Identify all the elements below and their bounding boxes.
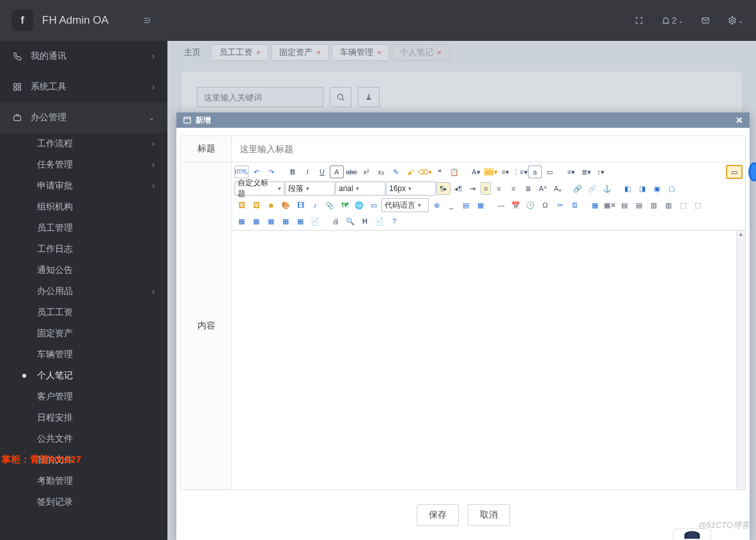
sidebar-subitem[interactable]: 组织机构 xyxy=(0,196,167,217)
subscript-button[interactable]: x₂ xyxy=(374,166,388,178)
sidebar-item-system-tools[interactable]: 系统工具 › xyxy=(0,72,167,102)
code-lang-select[interactable]: 代码语言▾ xyxy=(382,198,429,212)
sidebar-subitem[interactable]: 员工工资 xyxy=(0,302,167,323)
cancel-button[interactable]: 取消 xyxy=(468,504,510,526)
note-title-input[interactable] xyxy=(232,136,745,162)
font-size-select[interactable]: 16px▾ xyxy=(386,181,436,196)
eraser-icon[interactable]: ✎ xyxy=(389,166,403,178)
insert-frame-button[interactable]: ▭ xyxy=(367,199,381,212)
sidebar-subitem[interactable]: 工作流程› xyxy=(0,133,167,154)
sidebar-subitem[interactable]: 工作日志 xyxy=(0,238,167,259)
sidebar-subitem[interactable]: 车辆管理 xyxy=(0,344,167,365)
modal-close-button[interactable]: ✕ xyxy=(736,115,743,125)
indent-button[interactable]: ⇥ xyxy=(466,182,480,195)
tbl-6-button[interactable]: 📄 xyxy=(308,215,322,228)
split-cells-button[interactable]: ⬚ xyxy=(691,199,705,212)
blockquote-button[interactable]: ❝ xyxy=(433,166,447,178)
scrollbar[interactable] xyxy=(736,231,745,490)
settings-button[interactable]: ⌄ xyxy=(728,16,743,25)
delete-col-button[interactable]: ▥ xyxy=(661,199,675,212)
editor-textarea[interactable]: ▴ xyxy=(232,231,745,490)
img-center-button[interactable]: ▣ xyxy=(650,182,664,195)
side-handle[interactable] xyxy=(748,162,756,181)
align-justify-button[interactable]: ≣ xyxy=(521,182,535,195)
sidebar-subitem[interactable]: 客户管理 xyxy=(0,386,167,407)
strikethrough-button[interactable]: abc xyxy=(344,166,359,178)
tbl-4-button[interactable]: ▦ xyxy=(279,215,293,228)
fullscreen-editor-button[interactable]: ▭ xyxy=(726,165,743,179)
map-button[interactable]: 🗺 xyxy=(337,199,351,212)
fontborder-button[interactable]: A xyxy=(330,166,344,178)
date-button[interactable]: 📅 xyxy=(509,199,523,212)
save-button[interactable]: 保存 xyxy=(417,504,459,526)
template-button[interactable]: ▤ xyxy=(459,199,473,212)
sidebar-subitem[interactable]: 固定资产 xyxy=(0,323,167,344)
tbl-2-button[interactable]: ▦ xyxy=(249,215,263,228)
format-brush-button[interactable]: 🖌 xyxy=(403,166,417,178)
notifications-button[interactable]: 2 ⌄ xyxy=(661,15,683,26)
select-all-button[interactable]: a xyxy=(528,166,542,178)
superscript-button[interactable]: x² xyxy=(359,166,373,178)
time-button[interactable]: 🕒 xyxy=(523,199,537,212)
paragraph-select[interactable]: 段落▾ xyxy=(285,181,335,196)
float-left-button[interactable]: ≡▾ xyxy=(564,166,578,178)
insert-image-button[interactable]: 🖼 xyxy=(235,199,249,212)
img-none-button[interactable]: ▢ xyxy=(665,182,679,195)
sidebar-subitem[interactable]: 签到记录 xyxy=(0,491,167,513)
table-button[interactable]: ▦ xyxy=(588,199,602,212)
tbl-3-button[interactable]: ▦ xyxy=(264,215,278,228)
anchor-button[interactable]: ⚓ xyxy=(600,182,614,195)
sidebar-item-contacts[interactable]: 我的通讯 › xyxy=(0,41,167,72)
underline-button[interactable]: U xyxy=(315,166,329,178)
uppercase-button[interactable]: Aᴬ xyxy=(536,182,550,195)
line-height-button[interactable]: ↕▾ xyxy=(594,166,608,178)
img-left-button[interactable]: ◧ xyxy=(621,182,635,195)
delete-table-button[interactable]: ▦✕ xyxy=(603,199,617,212)
hr-button[interactable]: — xyxy=(494,199,508,212)
webapp-button[interactable]: ⊕ xyxy=(429,199,444,212)
unordered-list-button[interactable]: ⋮≡▾ xyxy=(513,166,527,178)
video-button[interactable]: 🎞 xyxy=(293,199,307,212)
sidebar-subitem[interactable]: 员工管理 xyxy=(0,217,167,238)
rtl-button[interactable]: ◂¶ xyxy=(451,182,465,195)
preview-button[interactable]: 🔍 xyxy=(343,215,357,228)
wordimage-button[interactable]: 🖻 xyxy=(567,199,582,212)
redo-button[interactable]: ↷ xyxy=(264,166,278,178)
merge-cells-button[interactable]: ⬚ xyxy=(676,199,690,212)
music-button[interactable]: ♪ xyxy=(308,199,322,212)
clear-format-button[interactable]: ⌫▾ xyxy=(418,166,432,178)
sidebar-subitem[interactable]: 日程安排 xyxy=(0,407,167,428)
font-color-button[interactable]: A▾ xyxy=(469,166,483,178)
attachment-button[interactable]: 📎 xyxy=(323,199,337,212)
pagebreak-button[interactable]: ⎯ xyxy=(444,199,458,212)
link-button[interactable]: 🔗 xyxy=(571,182,585,195)
tbl-1-button[interactable]: ▦ xyxy=(235,215,249,228)
insert-col-button[interactable]: ▥ xyxy=(647,199,661,212)
font-family-select[interactable]: arial▾ xyxy=(336,181,385,196)
sidebar-subitem[interactable]: 考勤管理 xyxy=(0,470,167,491)
sidebar-toggle[interactable] xyxy=(143,16,152,25)
special-char-button[interactable]: Ω xyxy=(538,199,552,212)
sidebar-subitem[interactable]: 申请审批› xyxy=(0,175,167,196)
print-button[interactable]: 🖨 xyxy=(328,215,343,228)
sidebar-subitem[interactable]: 任务管理› xyxy=(0,154,167,175)
ltr-button[interactable]: ¶▸ xyxy=(436,182,451,195)
scroll-up-icon[interactable]: ▴ xyxy=(736,231,745,240)
new-page-button[interactable]: ▭ xyxy=(543,166,557,178)
scrawl-button[interactable]: 🎨 xyxy=(279,199,293,212)
snapscreen-button[interactable]: ✂ xyxy=(553,199,567,212)
unlink-button[interactable]: 🔗 xyxy=(585,182,599,195)
lowercase-button[interactable]: Aₐ xyxy=(550,182,564,195)
float-right-button[interactable]: ≣▾ xyxy=(579,166,593,178)
ordered-list-button[interactable]: ≡▾ xyxy=(498,166,513,178)
source-html-button[interactable]: HTML xyxy=(235,166,249,178)
bold-button[interactable]: B xyxy=(286,166,300,178)
background-button[interactable]: ▦ xyxy=(474,199,488,212)
search-replace-button[interactable]: H xyxy=(358,215,372,228)
drafts-button[interactable]: 📄 xyxy=(373,215,387,228)
style-select[interactable]: 自定义标题▾ xyxy=(235,181,284,196)
sidebar-subitem[interactable]: 办公用品› xyxy=(0,281,167,302)
undo-button[interactable]: ↶ xyxy=(249,166,263,178)
emoji-button[interactable]: ☻ xyxy=(264,199,278,212)
tbl-5-button[interactable]: ▦ xyxy=(293,215,307,228)
